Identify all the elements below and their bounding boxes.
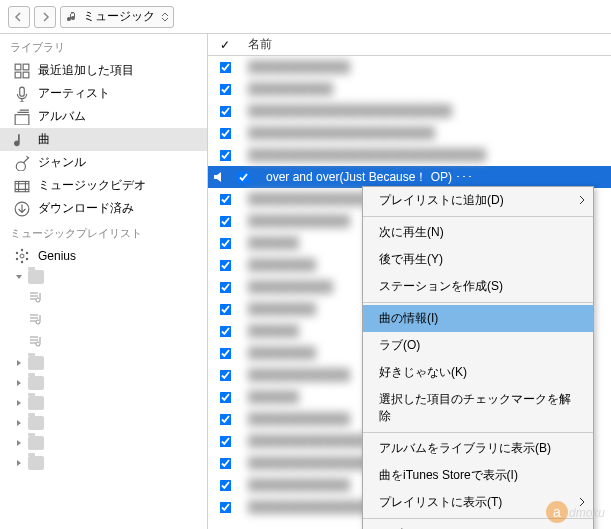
sidebar-folder[interactable] (0, 413, 207, 433)
svg-rect-2 (15, 72, 21, 78)
svg-rect-7 (15, 181, 29, 191)
menu-item[interactable]: 選択した項目のチェックマークを解除 (363, 386, 593, 430)
folder-icon (28, 396, 44, 410)
row-checkbox[interactable] (219, 193, 231, 205)
row-checkbox[interactable] (219, 61, 231, 73)
sidebar-item-label: 最近追加した項目 (38, 62, 134, 79)
library-dropdown[interactable]: ミュージック (60, 6, 174, 28)
folder-icon (28, 376, 44, 390)
menu-item[interactable]: 好きじゃない(K) (363, 359, 593, 386)
sidebar-item-download[interactable]: ダウンロード済み (0, 197, 207, 220)
row-checkbox[interactable] (219, 303, 231, 315)
sidebar-item-album[interactable]: アルバム (0, 105, 207, 128)
sidebar-item-label: ダウンロード済み (38, 200, 134, 217)
row-checkbox[interactable] (237, 171, 249, 183)
row-checkbox[interactable] (219, 435, 231, 447)
row-checkbox[interactable] (219, 237, 231, 249)
svg-point-14 (21, 249, 23, 251)
row-title: over and over(Just Because！ OP) ･･･ (260, 169, 611, 186)
sidebar-item-label: アーティスト (38, 85, 110, 102)
row-checkbox[interactable] (219, 501, 231, 513)
row-checkbox[interactable] (219, 479, 231, 491)
sidebar-item-label: ジャンル (38, 154, 86, 171)
disclosure-right-icon (14, 458, 24, 468)
svg-point-11 (26, 252, 28, 254)
svg-rect-0 (15, 64, 21, 70)
row-checkbox[interactable] (219, 325, 231, 337)
watermark: a dmoku (546, 501, 605, 523)
sidebar-folder-expanded[interactable] (0, 267, 207, 287)
sidebar-item-label: 曲 (38, 131, 50, 148)
folder-icon (28, 436, 44, 450)
playlist-icon (28, 312, 44, 328)
menu-item[interactable]: 曲をiTunes Storeで表示(I) (363, 462, 593, 489)
menu-item[interactable]: アルバムをライブラリに表示(B) (363, 435, 593, 462)
row-checkbox[interactable] (219, 369, 231, 381)
svg-point-13 (26, 258, 28, 260)
disclosure-down-icon (14, 272, 24, 282)
sidebar-playlist[interactable] (0, 331, 207, 353)
menu-item[interactable]: ラブ(O) (363, 332, 593, 359)
row-checkbox[interactable] (219, 105, 231, 117)
table-row[interactable]: ████████████████████████████ (208, 144, 611, 166)
table-row[interactable]: ██████████████████████ (208, 122, 611, 144)
menu-item[interactable]: ステーションを作成(S) (363, 273, 593, 300)
disclosure-right-icon (14, 438, 24, 448)
sidebar-item-grid[interactable]: 最近追加した項目 (0, 59, 207, 82)
chevron-left-icon (14, 12, 24, 22)
column-name[interactable]: 名前 (242, 36, 611, 53)
grid-icon (14, 63, 30, 79)
row-checkbox[interactable] (219, 149, 231, 161)
sidebar-item-note[interactable]: 曲 (0, 128, 207, 151)
folder-icon (28, 416, 44, 430)
row-checkbox[interactable] (219, 281, 231, 293)
sidebar-item-genius[interactable]: Genius (0, 245, 207, 267)
sidebar-item-video[interactable]: ミュージックビデオ (0, 174, 207, 197)
sidebar-item-label: アルバム (38, 108, 86, 125)
sidebar-folder[interactable] (0, 433, 207, 453)
sidebar-item-mic[interactable]: アーティスト (0, 82, 207, 105)
sidebar-playlist[interactable] (0, 287, 207, 309)
nav-forward-button[interactable] (34, 6, 56, 28)
row-checkbox[interactable] (219, 259, 231, 271)
menu-item[interactable]: 曲の情報(I) (363, 305, 593, 332)
row-checkbox[interactable] (219, 215, 231, 227)
menu-separator (363, 432, 593, 433)
sidebar-folder[interactable] (0, 393, 207, 413)
sidebar-folder[interactable] (0, 353, 207, 373)
table-row[interactable]: ████████████████████████ (208, 100, 611, 122)
watermark-at-icon: a (546, 501, 568, 523)
row-checkbox[interactable] (219, 347, 231, 359)
sidebar-folder[interactable] (0, 373, 207, 393)
dropdown-label: ミュージック (83, 8, 155, 25)
row-checkbox[interactable] (219, 457, 231, 469)
row-checkbox[interactable] (219, 127, 231, 139)
table-row[interactable]: over and over(Just Because！ OP) ･･･ (208, 166, 611, 188)
menu-item[interactable]: 後で再生(Y) (363, 246, 593, 273)
row-title: ████████████████████████ (242, 104, 611, 118)
disclosure-right-icon (14, 378, 24, 388)
menu-item[interactable]: プレイリストに追加(D) (363, 187, 593, 214)
svg-point-10 (16, 252, 18, 254)
sidebar-item-guitar[interactable]: ジャンル (0, 151, 207, 174)
disclosure-right-icon (14, 398, 24, 408)
note-icon (14, 132, 30, 148)
speaker-icon (212, 170, 226, 184)
sidebar-playlist[interactable] (0, 309, 207, 331)
disclosure-right-icon (14, 358, 24, 368)
genius-icon (14, 248, 30, 264)
library-header: ライブラリ (0, 34, 207, 59)
playlist-header: ミュージックプレイリスト (0, 220, 207, 245)
row-checkbox[interactable] (219, 413, 231, 425)
sidebar-folder[interactable] (0, 453, 207, 473)
column-check[interactable]: ✓ (208, 38, 242, 52)
nav-back-button[interactable] (8, 6, 30, 28)
album-icon (14, 109, 30, 125)
table-row[interactable]: ████████████ (208, 56, 611, 78)
table-row[interactable]: ██████████ (208, 78, 611, 100)
folder-icon (28, 356, 44, 370)
sidebar-item-label: Genius (38, 249, 76, 263)
row-checkbox[interactable] (219, 83, 231, 95)
row-checkbox[interactable] (219, 391, 231, 403)
menu-item[interactable]: 次に再生(N) (363, 219, 593, 246)
